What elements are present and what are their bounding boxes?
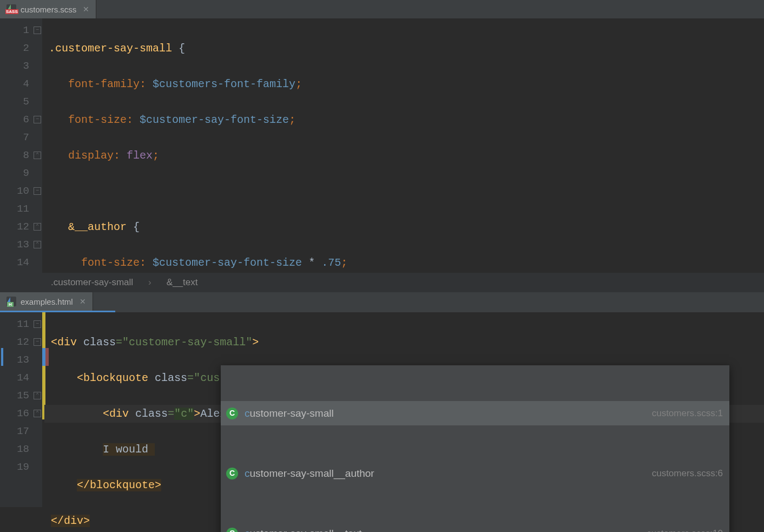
- fold-icon[interactable]: −: [34, 320, 41, 328]
- fold-icon[interactable]: −: [34, 338, 41, 346]
- fold-icon[interactable]: −: [34, 187, 41, 195]
- sass-file-icon: [6, 4, 16, 14]
- tab-customers-scss[interactable]: customers.scss ✕: [0, 0, 96, 18]
- autocomplete-label: customer-say-small: [245, 404, 646, 422]
- bottom-code[interactable]: <div class="customer-say-small"> <blockq…: [42, 312, 764, 507]
- autocomplete-item[interactable]: C customer-say-small__author customers.s…: [221, 461, 729, 485]
- css-class-icon: C: [226, 468, 238, 480]
- fold-close-icon[interactable]: ⌃: [34, 410, 41, 417]
- fold-icon[interactable]: −: [34, 116, 41, 123]
- fold-icon[interactable]: −: [34, 27, 41, 34]
- html-file-icon: [6, 297, 16, 306]
- close-icon[interactable]: ✕: [77, 297, 86, 306]
- autocomplete-label: customer-say-small__author: [245, 464, 646, 482]
- close-icon[interactable]: ✕: [81, 5, 89, 14]
- css-class-icon: C: [226, 408, 238, 419]
- fold-close-icon[interactable]: ⌃: [34, 223, 41, 231]
- fold-close-icon[interactable]: ⌃: [34, 392, 41, 399]
- tab-filename: customers.scss: [21, 5, 76, 14]
- bottom-editor[interactable]: 11− 12− 13 14 15⌃ 16⌃ 17 18 19 <div clas…: [0, 312, 764, 507]
- css-class-icon: C: [226, 528, 238, 533]
- tab-examples-html[interactable]: examples.html ✕: [0, 292, 93, 311]
- top-gutter: 1− 2 3 4 5 6− 7 8⌃ 9 10− 11 12⌃ 13⌃ 14: [0, 18, 42, 273]
- top-code[interactable]: .customer-say-small { font-family: $cust…: [42, 18, 764, 273]
- top-tabbar: customers.scss ✕: [0, 0, 764, 18]
- fold-close-icon[interactable]: ⌃: [34, 152, 41, 159]
- fold-close-icon[interactable]: ⌃: [34, 241, 41, 248]
- autocomplete-item[interactable]: C customer-say-small__text customers.scs…: [221, 521, 729, 532]
- autocomplete-source: customers.scss:6: [652, 464, 723, 482]
- bottom-gutter: 11− 12− 13 14 15⌃ 16⌃ 17 18 19: [0, 312, 42, 507]
- autocomplete-popup: C customer-say-small customers.scss:1 C …: [221, 365, 729, 532]
- tab-filename: examples.html: [21, 297, 73, 306]
- autocomplete-source: customers.scss:10: [647, 524, 723, 532]
- autocomplete-source: customers.scss:1: [652, 404, 723, 422]
- autocomplete-item[interactable]: C customer-say-small customers.scss:1: [221, 401, 729, 425]
- autocomplete-label: customer-say-small__text: [245, 524, 640, 532]
- top-editor[interactable]: 1− 2 3 4 5 6− 7 8⌃ 9 10− 11 12⌃ 13⌃ 14 .…: [0, 18, 764, 273]
